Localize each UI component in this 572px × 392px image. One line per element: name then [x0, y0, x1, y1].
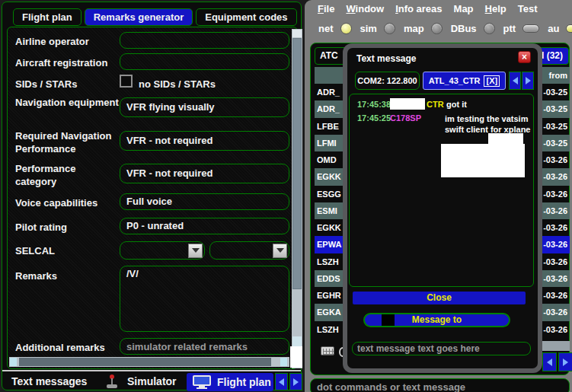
chat-history[interactable]: 17:45:38 CTR got it 17:45:25 C178SP im t…	[349, 94, 534, 287]
chevron-down-icon	[276, 248, 284, 253]
led-DBus-icon[interactable]	[484, 23, 495, 34]
command-line-input[interactable]	[315, 381, 559, 392]
dialog-close-button[interactable]: ×	[518, 51, 531, 63]
led-net-icon[interactable]	[340, 23, 352, 34]
atc-tabs-prev-button[interactable]	[542, 352, 557, 371]
message-time: 17:45:25	[357, 113, 391, 123]
tab-equipment-codes[interactable]: Equipment codes	[196, 8, 296, 26]
redaction-box	[488, 133, 523, 144]
led-map-icon[interactable]	[431, 23, 443, 34]
menu-item-map[interactable]: Map	[454, 3, 474, 14]
scroll-right-button[interactable]	[280, 358, 287, 366]
performance-category-label: Performance category	[15, 162, 119, 188]
aircraft-registration-input[interactable]	[120, 53, 289, 70]
selcal-dropdown-2-button[interactable]	[273, 244, 287, 258]
navigation-equipment-input[interactable]: VFR flying visually	[120, 97, 289, 117]
pilot-rating-label: Pilot rating	[15, 221, 119, 234]
tab-close-button[interactable]: [X]	[484, 75, 500, 87]
atc-tabs-next-button[interactable]	[558, 352, 572, 371]
atc-horizontal-scrollbar[interactable]	[541, 341, 570, 351]
tab-remarks-generator[interactable]: Remarks generator	[85, 8, 193, 26]
atc-row-date[interactable]: -03-26	[539, 321, 570, 338]
atc-row-date[interactable]: -03-25	[539, 135, 570, 151]
menu-item-help[interactable]: Help	[485, 3, 506, 14]
atc-row-date[interactable]: -03-26	[539, 287, 570, 304]
chevron-down-icon	[192, 248, 200, 253]
vertical-scrollbar[interactable]	[292, 29, 302, 368]
menu-item-info-areas[interactable]: Info areas	[395, 3, 442, 14]
redaction-box	[441, 144, 525, 177]
atc-from-header: from	[539, 67, 570, 84]
message-time: 17:45:38	[357, 100, 391, 109]
dock-tab-flight-plan[interactable]: Flight plan	[187, 373, 273, 391]
airline-operator-input[interactable]	[120, 32, 289, 49]
message-to-label: Message to	[412, 314, 462, 325]
dock-tabs-next-button[interactable]	[289, 373, 302, 390]
message-to-button[interactable]: Message to	[363, 313, 510, 327]
aircraft-registration-label: Aircraft registration	[15, 56, 119, 69]
text-message-input[interactable]	[352, 342, 531, 355]
scroll-left-button[interactable]	[10, 358, 17, 366]
close-button[interactable]: Close	[353, 292, 526, 304]
atc-row-date[interactable]: -03-26	[539, 270, 570, 287]
sids-stars-checkbox[interactable]	[120, 75, 133, 88]
sids-stars-label: SIDs / STARs	[15, 78, 119, 91]
text-message-dialog: Text message × COM2: 122.800 ATL_43_CTR …	[343, 43, 542, 373]
chat-tabs-next-button[interactable]	[522, 72, 534, 90]
remarks-textarea[interactable]: /V/	[120, 266, 289, 332]
led-au-icon[interactable]	[566, 24, 572, 33]
atc-row-date[interactable]: -03-26	[539, 202, 570, 219]
led-group-map: map	[404, 23, 443, 34]
atc-row-date[interactable]: -03-26	[539, 236, 570, 253]
tab-com2[interactable]: COM2: 122.800	[355, 72, 420, 90]
led-group-sim: sim	[360, 23, 395, 34]
atc-date-column: from -03-25-03-25-03-25-03-25-03-26-03-2…	[539, 67, 570, 338]
atc-row-date[interactable]: -03-25	[539, 100, 570, 117]
tab-atl-43-ctr[interactable]: ATL_43_CTR [X]	[423, 72, 506, 90]
led-sim-icon[interactable]	[384, 23, 395, 34]
led-label-DBus: DBus	[451, 23, 477, 34]
rnp-input[interactable]: VFR - not required	[120, 131, 289, 151]
led-label-map: map	[404, 23, 424, 34]
atc-row-date[interactable]: -03-25	[539, 118, 570, 135]
atc-row-date[interactable]: -03-26	[539, 219, 570, 236]
monitor-icon	[193, 375, 211, 389]
chat-tabs-prev-button[interactable]	[509, 72, 521, 90]
performance-category-input[interactable]: VFR - not required	[120, 164, 289, 183]
voice-capabilities-input[interactable]: Full voice	[120, 193, 289, 210]
selcal-dropdown-2[interactable]	[209, 241, 289, 260]
tab-flight-plan[interactable]: Flight plan	[13, 8, 81, 26]
atc-row-date[interactable]: -03-26	[539, 304, 570, 320]
scroll-up-button[interactable]	[292, 30, 302, 37]
horizontal-scrollbar[interactable]	[9, 357, 289, 367]
scroll-down-button[interactable]	[292, 336, 302, 346]
atc-row-date[interactable]: -03-26	[539, 253, 570, 270]
selcal-dropdown-1[interactable]	[120, 241, 205, 260]
led-ptt-icon[interactable]	[522, 24, 539, 33]
vertical-scrollbar-thumb[interactable]	[292, 38, 302, 289]
pilot-rating-input[interactable]: P0 - unrated	[120, 218, 289, 234]
atc-row-date[interactable]: -03-25	[539, 84, 570, 100]
keyboard-icon[interactable]	[321, 346, 334, 355]
atc-row-date[interactable]: -03-26	[539, 151, 570, 168]
dock-tabs-prev-button[interactable]	[275, 373, 288, 390]
remarks-label: Remarks	[15, 269, 119, 282]
menu-item-test[interactable]: Test	[518, 3, 538, 14]
atc-row-date[interactable]: -03-26	[539, 186, 570, 202]
menu-item-window[interactable]: Window	[346, 3, 384, 14]
navigation-equipment-label: Navigation equipment	[15, 96, 119, 109]
horizontal-scrollbar-thumb[interactable]	[19, 358, 271, 366]
voice-capabilities-label: Voice capabilities	[15, 196, 119, 209]
joystick-icon	[106, 374, 118, 388]
dock-tab-text-messages[interactable]: Text messages	[11, 375, 87, 387]
dialog-title: Text message	[356, 53, 417, 64]
led-group-ptt: ptt	[503, 23, 540, 34]
menu-item-file[interactable]: File	[318, 3, 334, 14]
selcal-dropdown-1-button[interactable]	[188, 244, 203, 258]
atc-row-date[interactable]: -03-26	[539, 168, 570, 185]
dock-tab-simulator[interactable]: Simulator	[127, 375, 177, 387]
airline-operator-label: Airline operator	[15, 35, 119, 48]
led-label-sim: sim	[360, 23, 377, 34]
additional-remarks-label: Additional remarks	[15, 341, 119, 354]
additional-remarks-input[interactable]	[120, 338, 289, 355]
